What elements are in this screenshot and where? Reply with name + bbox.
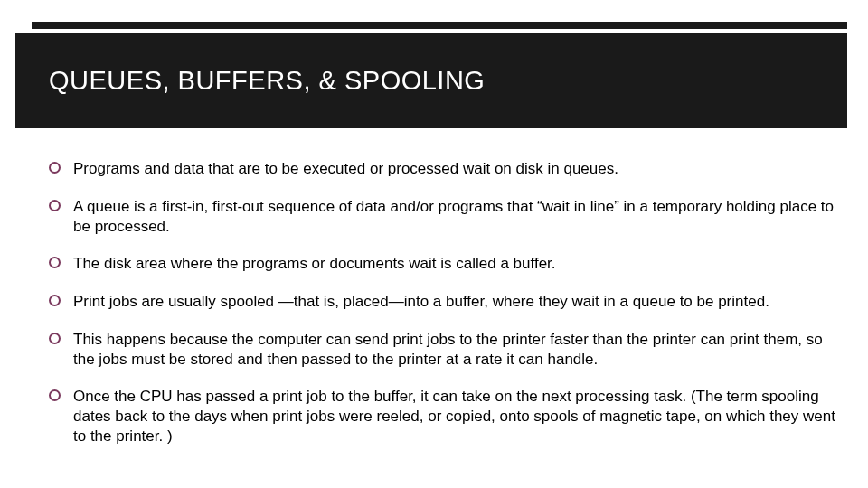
list-item: The disk area where the programs or docu… (49, 254, 841, 274)
list-item: Programs and data that are to be execute… (49, 159, 841, 179)
bullet-text: Print jobs are usually spooled —that is,… (73, 292, 841, 312)
bullet-icon (49, 257, 61, 268)
bullet-text: This happens because the computer can se… (73, 330, 841, 370)
bullet-icon (49, 162, 61, 174)
bullet-icon (49, 389, 61, 401)
list-item: A queue is a first-in, first-out sequenc… (49, 197, 841, 237)
bullet-icon (49, 333, 61, 344)
slide-title: QUEUES, BUFFERS, & SPOOLING (15, 66, 485, 96)
list-item: Once the CPU has passed a print job to t… (49, 387, 841, 446)
list-item: This happens because the computer can se… (49, 330, 841, 370)
list-item: Print jobs are usually spooled —that is,… (49, 292, 841, 312)
bullet-icon (49, 295, 61, 306)
bullet-list: Programs and data that are to be execute… (49, 159, 841, 465)
bullet-text: A queue is a first-in, first-out sequenc… (73, 197, 841, 237)
title-band: QUEUES, BUFFERS, & SPOOLING (15, 33, 847, 128)
bullet-text: Once the CPU has passed a print job to t… (73, 387, 841, 446)
bullet-text: The disk area where the programs or docu… (73, 254, 841, 274)
top-rule (32, 22, 847, 29)
bullet-text: Programs and data that are to be execute… (73, 159, 841, 179)
bullet-icon (49, 200, 61, 211)
